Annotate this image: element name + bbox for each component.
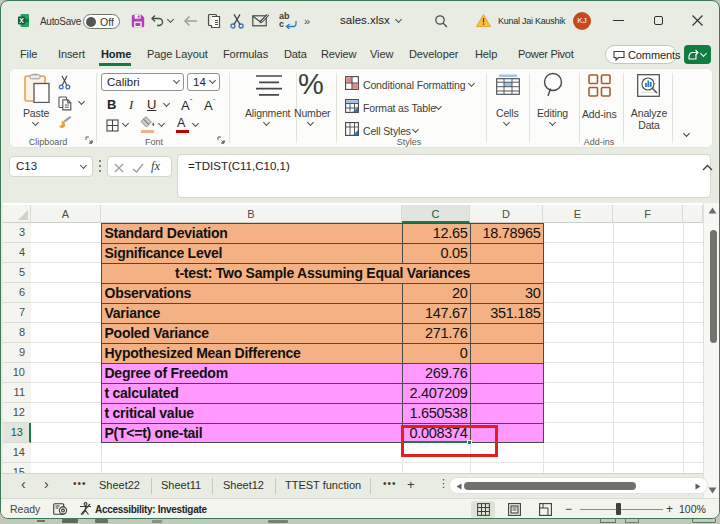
svg-text:X: X <box>19 17 24 24</box>
